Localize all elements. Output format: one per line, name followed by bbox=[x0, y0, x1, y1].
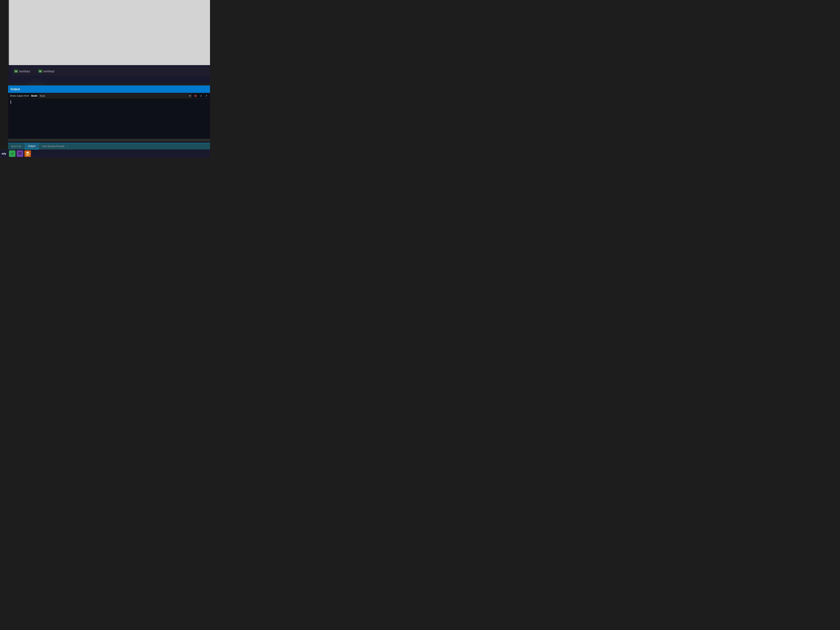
tab-find-symbol-results[interactable]: Find Symbol Results bbox=[39, 143, 68, 149]
tab-output[interactable]: Output bbox=[25, 143, 39, 149]
show-output-label: Show output from: bbox=[10, 95, 30, 97]
output-content-area bbox=[8, 99, 210, 106]
toolstrip1-icon: IM bbox=[14, 70, 18, 73]
toolstrip1-item[interactable]: IM toolStrip1 bbox=[14, 70, 30, 73]
taskbar-green-symbol: ✓ bbox=[11, 152, 14, 156]
output-panel-title: Output bbox=[11, 87, 20, 91]
toolstrip2-icon: IM bbox=[38, 70, 42, 73]
left-sidebar bbox=[0, 0, 8, 158]
toolstrip1-label: toolStrip1 bbox=[19, 70, 30, 73]
toolstrip-bar: IM toolStrip1 IM toolStrip2 bbox=[12, 67, 210, 75]
toolstrip2-item[interactable]: IM toolStrip2 bbox=[38, 70, 55, 73]
windows-taskbar: ady ✓ M 🍺 bbox=[0, 149, 210, 158]
taskbar-purple-symbol: M bbox=[19, 152, 22, 156]
text-cursor bbox=[11, 101, 11, 104]
taskbar-orange-symbol: 🍺 bbox=[25, 152, 30, 156]
toolstrip2-label: toolStrip2 bbox=[43, 70, 55, 73]
output-toolbar: Show output from: Build Build ≡ ↗ bbox=[8, 93, 210, 99]
output-panel-header: Output bbox=[8, 85, 210, 93]
taskbar-icon-orange[interactable]: 🍺 bbox=[24, 150, 31, 157]
tab-error-list[interactable]: Error List bbox=[8, 143, 25, 149]
cursor-line bbox=[11, 101, 208, 104]
output-source-dropdown[interactable]: Build bbox=[39, 94, 192, 98]
word-wrap-icon: ≡ bbox=[200, 94, 202, 98]
toolbar-icon-3-button[interactable]: ↗ bbox=[204, 94, 208, 98]
svg-line-1 bbox=[195, 95, 196, 96]
tab-output-label: Output bbox=[28, 145, 35, 147]
horizontal-scrollbar[interactable] bbox=[8, 139, 210, 141]
output-toolbar-icons: ≡ ↗ bbox=[193, 94, 208, 98]
taskbar-icon-purple[interactable]: M bbox=[17, 150, 23, 157]
toolbar-icon-2-button[interactable]: ≡ bbox=[199, 94, 203, 98]
bottom-tabs-bar: Error List Output Find Symbol Results bbox=[8, 143, 210, 149]
taskbar-icon-green[interactable]: ✓ bbox=[9, 150, 16, 157]
tab-error-list-label: Error List bbox=[11, 145, 21, 148]
taskbar-text: ady bbox=[2, 152, 6, 155]
open-editor-icon: ↗ bbox=[205, 94, 207, 98]
toolbar-icon-1-button[interactable] bbox=[193, 94, 198, 98]
output-panel-body: Show output from: Build Build ≡ ↗ bbox=[8, 93, 210, 140]
tab-find-symbol-results-label: Find Symbol Results bbox=[42, 145, 65, 148]
output-source-value: Build bbox=[31, 95, 37, 97]
designer-surface bbox=[8, 0, 210, 65]
